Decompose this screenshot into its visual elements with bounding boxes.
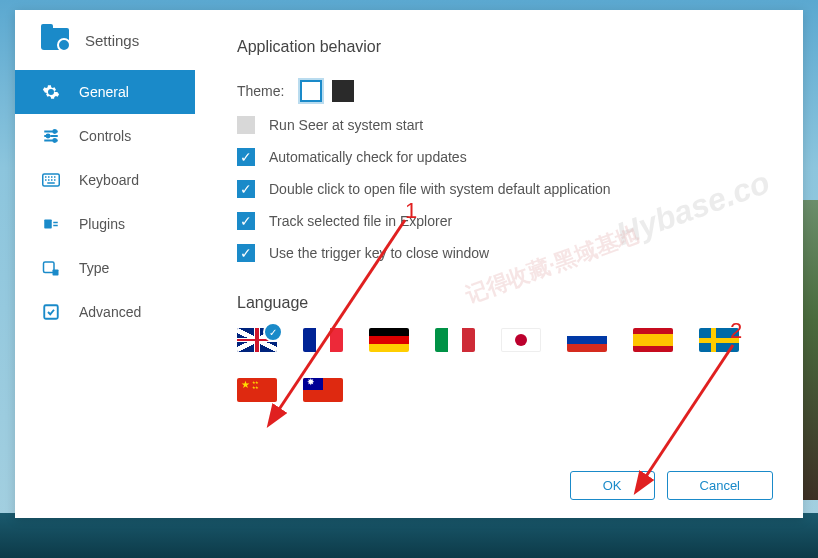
background-ocean [0, 513, 818, 558]
checkbox-row: ✓ Use the trigger key to close window [237, 244, 773, 262]
svg-rect-13 [44, 220, 52, 229]
sidebar-item-controls[interactable]: Controls [15, 114, 195, 158]
svg-point-1 [47, 135, 50, 138]
theme-label: Theme: [237, 83, 284, 99]
sidebar-item-keyboard[interactable]: Keyboard [15, 158, 195, 202]
flag-tw[interactable] [303, 378, 343, 402]
checkbox-row: Run Seer at system start [237, 116, 773, 134]
sidebar-item-advanced[interactable]: Advanced [15, 290, 195, 334]
section-title: Application behavior [237, 38, 773, 56]
plugin-icon [41, 214, 61, 234]
theme-dark-swatch[interactable] [332, 80, 354, 102]
checkbox-label: Double click to open file with system de… [269, 181, 611, 197]
flag-es[interactable] [633, 328, 673, 352]
checkbox-label: Run Seer at system start [269, 117, 423, 133]
theme-row: Theme: [237, 80, 773, 102]
sidebar: Settings General Controls Keyboard Plugi [15, 10, 195, 518]
svg-rect-6 [51, 176, 53, 178]
svg-point-2 [53, 139, 56, 142]
flag-se[interactable] [699, 328, 739, 352]
flag-cn[interactable] [237, 378, 277, 402]
svg-rect-5 [48, 176, 50, 178]
svg-rect-8 [45, 179, 47, 181]
checkbox-label: Automatically check for updates [269, 149, 467, 165]
type-icon [41, 258, 61, 278]
folder-icon [41, 28, 69, 52]
flag-ru[interactable] [567, 328, 607, 352]
svg-rect-17 [53, 270, 59, 276]
checkbox-track-explorer[interactable]: ✓ [237, 212, 255, 230]
keyboard-icon [41, 170, 61, 190]
checkbox-label: Use the trigger key to close window [269, 245, 489, 261]
svg-point-0 [53, 130, 56, 133]
svg-rect-7 [54, 176, 56, 178]
sidebar-item-label: Keyboard [79, 172, 139, 188]
sidebar-item-plugins[interactable]: Plugins [15, 202, 195, 246]
theme-light-swatch[interactable] [300, 80, 322, 102]
checkbox-row: ✓ Double click to open file with system … [237, 180, 773, 198]
checkbox-row: ✓ Automatically check for updates [237, 148, 773, 166]
content-pane: Application behavior Theme: Run Seer at … [195, 10, 803, 518]
checkbox-label: Track selected file in Explorer [269, 213, 452, 229]
sidebar-item-label: Advanced [79, 304, 141, 320]
watermark-hybase: Hybase.co [611, 164, 774, 254]
svg-rect-10 [51, 179, 53, 181]
svg-rect-11 [54, 179, 56, 181]
flag-row [237, 328, 773, 402]
language-label: Language [237, 294, 773, 312]
sliders-icon [41, 126, 61, 146]
svg-rect-16 [44, 262, 55, 273]
cancel-button[interactable]: Cancel [667, 471, 773, 500]
flag-de[interactable] [369, 328, 409, 352]
sidebar-item-general[interactable]: General [15, 70, 195, 114]
flag-jp[interactable] [501, 328, 541, 352]
svg-rect-14 [53, 222, 58, 224]
svg-rect-4 [45, 176, 47, 178]
flag-it[interactable] [435, 328, 475, 352]
svg-rect-9 [48, 179, 50, 181]
sidebar-item-type[interactable]: Type [15, 246, 195, 290]
button-row: OK Cancel [237, 471, 773, 500]
settings-dialog: Settings General Controls Keyboard Plugi [15, 10, 803, 518]
flag-uk[interactable] [237, 328, 277, 352]
sidebar-item-label: Type [79, 260, 109, 276]
sidebar-title: Settings [85, 32, 139, 49]
gear-icon [41, 82, 61, 102]
svg-rect-15 [53, 225, 58, 227]
sidebar-item-label: Plugins [79, 216, 125, 232]
checkbox-double-click[interactable]: ✓ [237, 180, 255, 198]
sidebar-header: Settings [15, 28, 195, 70]
checkbox-auto-update[interactable]: ✓ [237, 148, 255, 166]
checkbox-trigger-close[interactable]: ✓ [237, 244, 255, 262]
checkbox-row: ✓ Track selected file in Explorer [237, 212, 773, 230]
flag-fr[interactable] [303, 328, 343, 352]
sidebar-item-label: General [79, 84, 129, 100]
sidebar-item-label: Controls [79, 128, 131, 144]
checkbox-run-at-start[interactable] [237, 116, 255, 134]
ok-button[interactable]: OK [570, 471, 655, 500]
checkmark-box-icon [41, 302, 61, 322]
svg-rect-12 [47, 182, 55, 184]
